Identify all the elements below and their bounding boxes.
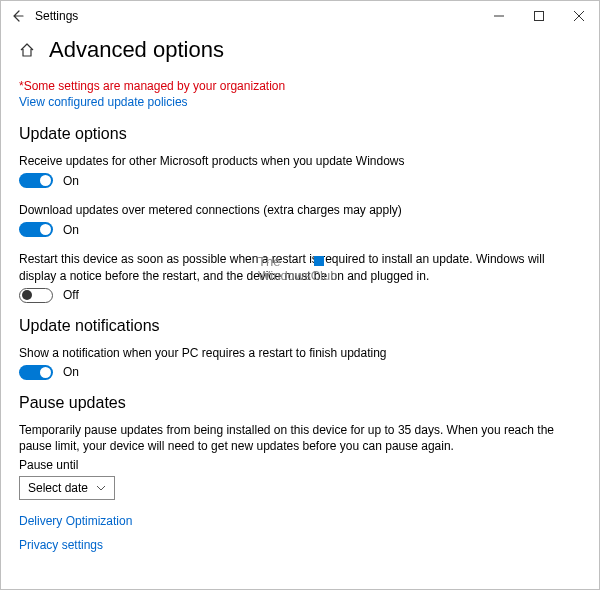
option-label-restart-asap: Restart this device as soon as possible … [19,251,581,283]
minimize-icon [494,11,504,21]
minimize-button[interactable] [479,1,519,31]
toggle-state: On [63,365,79,379]
toggle-restart-asap[interactable] [19,288,53,303]
back-button[interactable] [1,1,33,31]
app-title: Settings [35,9,479,23]
home-icon [19,42,35,58]
svg-rect-1 [535,12,544,21]
content-area: Advanced options *Some settings are mana… [1,31,599,589]
toggle-row-other-products: On [19,173,581,188]
option-label-other-products: Receive updates for other Microsoft prod… [19,153,581,169]
home-button[interactable] [19,42,39,58]
pause-until-label: Pause until [19,458,581,472]
page-title: Advanced options [49,37,224,63]
maximize-button[interactable] [519,1,559,31]
section-heading-pause: Pause updates [19,394,581,412]
close-icon [574,11,584,21]
settings-window: Settings Advanced options *Some settings… [0,0,600,590]
privacy-settings-link[interactable]: Privacy settings [19,538,581,552]
toggle-state: On [63,223,79,237]
section-heading-notifications: Update notifications [19,317,581,335]
toggle-state: Off [63,288,79,302]
toggle-row-restart-asap: Off [19,288,581,303]
maximize-icon [534,11,544,21]
window-controls [479,1,599,31]
toggle-metered[interactable] [19,222,53,237]
toggle-row-notify-restart: On [19,365,581,380]
toggle-notify-restart[interactable] [19,365,53,380]
titlebar: Settings [1,1,599,31]
delivery-optimization-link[interactable]: Delivery Optimization [19,514,581,528]
view-policies-link[interactable]: View configured update policies [19,95,581,109]
option-label-metered: Download updates over metered connection… [19,202,581,218]
close-button[interactable] [559,1,599,31]
select-value: Select date [28,481,88,495]
chevron-down-icon [96,485,106,491]
back-arrow-icon [10,9,24,23]
toggle-state: On [63,174,79,188]
section-heading-update-options: Update options [19,125,581,143]
option-label-notify-restart: Show a notification when your PC require… [19,345,581,361]
page-header: Advanced options [19,37,581,63]
pause-description: Temporarily pause updates from being ins… [19,422,581,454]
toggle-row-metered: On [19,222,581,237]
toggle-other-products[interactable] [19,173,53,188]
pause-date-select[interactable]: Select date [19,476,115,500]
org-managed-notice: *Some settings are managed by your organ… [19,79,581,93]
